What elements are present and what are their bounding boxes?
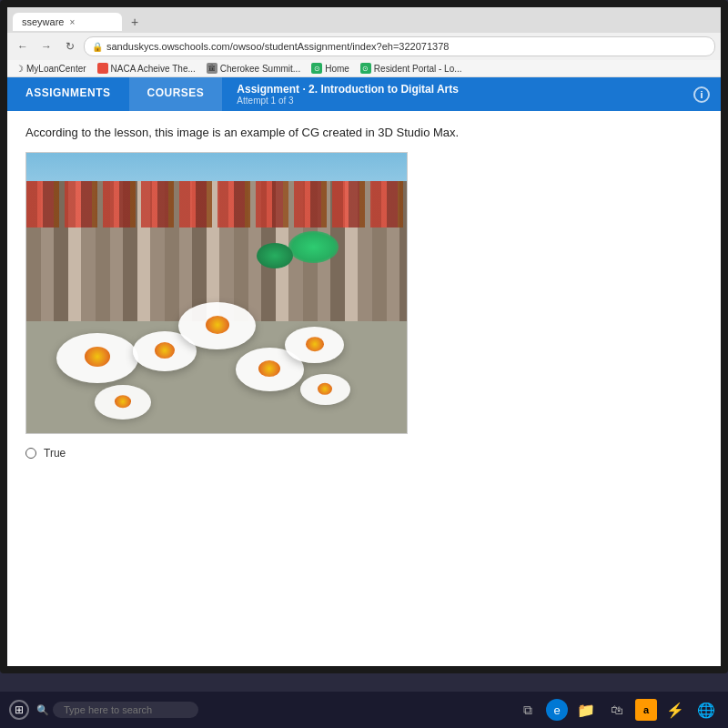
answer-option-true: True: [25, 447, 703, 460]
address-bar-row: ← → ↻ 🔒 sanduskycs.owschools.com/owsoo/s…: [7, 33, 721, 60]
bolt-icon[interactable]: ⚡: [662, 697, 688, 723]
bookmark-cherokee[interactable]: 🏛 Cherokee Summit...: [204, 62, 303, 75]
egg-3: [178, 302, 256, 349]
cg-image: [25, 152, 408, 434]
bookmark-resident-label: Resident Portal - Lo...: [374, 64, 462, 74]
start-icon: ⊞: [15, 703, 24, 716]
file-explorer-icon[interactable]: 📁: [573, 697, 599, 723]
bookmark-naca-label: NACA Acheive The...: [111, 64, 196, 74]
resident-icon: ⊙: [360, 63, 371, 74]
browser-chrome: sseyware × + ← → ↻ 🔒 sanduskycs.owschool…: [7, 7, 721, 77]
amazon-icon[interactable]: a: [635, 699, 657, 721]
address-bar[interactable]: 🔒 sanduskycs.owschools.com/owsoo/student…: [84, 36, 715, 56]
store-icon[interactable]: 🛍: [604, 697, 630, 723]
nav-bar: ASSIGNMENTS COURSES Assignment · 2. Intr…: [7, 77, 721, 111]
attempt-label: Attempt 1 of 3: [237, 96, 668, 106]
bookmark-home-label: Home: [325, 64, 349, 74]
windows-start-button[interactable]: ⊞: [9, 700, 29, 720]
egg-5: [285, 327, 344, 363]
screen-wrapper: sseyware × + ← → ↻ 🔒 sanduskycs.owschool…: [0, 0, 728, 728]
main-content: According to the lesson, this image is a…: [7, 111, 721, 666]
bookmark-home[interactable]: ⊙ Home: [308, 62, 352, 75]
taskview-button[interactable]: ⧉: [515, 697, 541, 723]
search-icon: 🔍: [36, 704, 49, 716]
tab-bar: sseyware × +: [7, 7, 721, 33]
radio-true[interactable]: [25, 448, 36, 459]
courses-tab[interactable]: COURSES: [129, 77, 223, 111]
info-button[interactable]: i: [682, 77, 721, 111]
forward-button[interactable]: →: [36, 36, 56, 56]
city-background: [26, 153, 407, 433]
assignments-tab[interactable]: ASSIGNMENTS: [7, 77, 129, 111]
bookmarks-bar: ☽ MyLoanCenter NACA Acheive The... 🏛 Che…: [7, 60, 721, 77]
chrome-icon[interactable]: 🌐: [693, 697, 719, 723]
naca-icon: [97, 63, 108, 74]
tab-close-button[interactable]: ×: [69, 17, 75, 27]
egg-7: [95, 385, 151, 420]
tree-cluster-1: [288, 231, 339, 263]
bookmark-cherokee-label: Cherokee Summit...: [220, 64, 300, 74]
search-area[interactable]: 🔍: [36, 702, 198, 718]
edge-browser-icon[interactable]: e: [546, 699, 568, 721]
bookmark-myloan-label: MyLoanCenter: [26, 64, 86, 74]
back-button[interactable]: ←: [13, 36, 33, 56]
laptop-screen: sseyware × + ← → ↻ 🔒 sanduskycs.owschool…: [0, 0, 728, 673]
taskbar: ⊞ 🔍 ⧉ e 📁 🛍 a ⚡ 🌐: [0, 692, 728, 728]
bookmark-myloan[interactable]: ☽ MyLoanCenter: [13, 63, 89, 75]
taskbar-icons: ⧉ e 📁 🛍 a ⚡ 🌐: [515, 697, 719, 723]
reload-button[interactable]: ↻: [60, 36, 80, 56]
bookmark-naca[interactable]: NACA Acheive The...: [95, 62, 198, 75]
active-tab[interactable]: sseyware ×: [13, 13, 122, 31]
tree-cluster-2: [257, 243, 293, 268]
cherokee-icon: 🏛: [207, 63, 217, 74]
home-icon: ⊙: [311, 63, 322, 74]
info-circle-icon[interactable]: i: [693, 86, 710, 103]
assignment-breadcrumb-title: Assignment · 2. Introduction to Digital …: [237, 83, 668, 96]
question-text: According to the lesson, this image is a…: [25, 126, 703, 139]
taskbar-search-input[interactable]: [53, 702, 198, 718]
egg-1: [56, 333, 138, 383]
tab-title: sseyware: [22, 16, 64, 27]
breadcrumb: Assignment · 2. Introduction to Digital …: [222, 77, 682, 111]
answer-true-label: True: [44, 447, 66, 460]
image-container: [25, 152, 703, 434]
lock-icon: 🔒: [92, 42, 103, 52]
new-tab-button[interactable]: +: [124, 11, 146, 33]
egg-6: [300, 374, 350, 405]
myloan-icon: ☽: [15, 64, 24, 74]
rooftop-layer: [26, 181, 407, 228]
url-text: sanduskycs.owschools.com/owsoo/studentAs…: [106, 41, 449, 52]
bookmark-resident[interactable]: ⊙ Resident Portal - Lo...: [358, 62, 465, 75]
